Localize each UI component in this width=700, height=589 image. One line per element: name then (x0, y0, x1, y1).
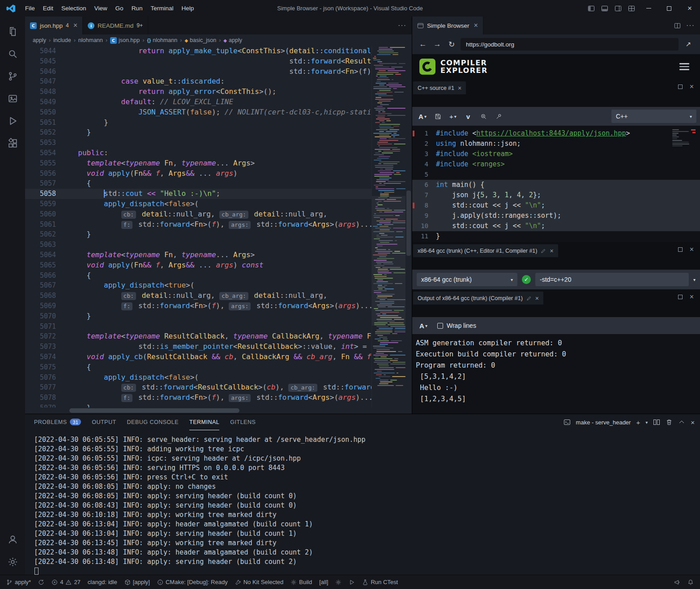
notifications-bell-icon[interactable] (684, 575, 697, 589)
new-terminal-icon[interactable]: + (636, 419, 640, 426)
menu-run[interactable]: Run (128, 0, 147, 17)
add-pane-button[interactable]: +▾ (446, 110, 460, 123)
menu-selection[interactable]: Selection (57, 0, 90, 17)
extensions-icon[interactable] (2, 132, 23, 154)
maximize-panel-icon[interactable] (678, 419, 685, 426)
panel-tab-output[interactable]: OUTPUT (92, 414, 116, 430)
tab-simple-browser[interactable]: Simple Browser × (412, 17, 483, 34)
minimize-button[interactable] (638, 0, 659, 17)
close-pane-icon[interactable]: × (690, 83, 694, 91)
launch-play-icon[interactable] (345, 575, 359, 589)
problems-status[interactable]: 4 27 (48, 575, 84, 589)
zoom-icon[interactable] (477, 110, 490, 123)
cmake-kit-status[interactable]: No Kit Selected (231, 575, 287, 589)
toggle-secondary-sidebar-icon[interactable] (611, 0, 625, 17)
url-input[interactable] (461, 38, 679, 51)
compiler-options-input[interactable]: -std=c++20 (535, 273, 689, 286)
terminal[interactable]: [2022-04-30 06:05:55] INFO: serve_header… (25, 430, 700, 576)
wrap-lines-checkbox[interactable] (437, 323, 443, 329)
panel-tab-problems[interactable]: PROBLEMS31 (34, 414, 81, 430)
breadcrumb-item-basic-json[interactable]: ◆basic_json (184, 37, 216, 43)
terminal-profile-chevron-icon[interactable]: ▾ (645, 420, 648, 425)
close-icon[interactable]: × (458, 85, 461, 92)
cmake-project-status[interactable]: [apply] (121, 575, 154, 589)
toggle-primary-sidebar-icon[interactable] (585, 0, 598, 17)
launch-target-gear-icon[interactable] (332, 575, 345, 589)
panel-tab-gitlens[interactable]: GITLENS (230, 414, 256, 430)
cmake-build-button[interactable]: Build (287, 575, 316, 589)
pin-icon[interactable] (492, 110, 505, 123)
maximize-pane-icon[interactable] (678, 85, 683, 89)
ce-compiler-tab[interactable]: x86-64 gcc (trunk) (C++, Editor #1, Comp… (413, 244, 558, 257)
minimap[interactable] (371, 46, 405, 407)
save-icon[interactable] (431, 110, 444, 123)
terminal-selector[interactable]: make - serve_header (576, 419, 631, 426)
edit-icon[interactable] (541, 248, 546, 254)
menu-help[interactable]: Help (177, 0, 198, 17)
forward-icon[interactable]: → (432, 40, 443, 49)
compiler-select[interactable]: x86-64 gcc (trunk)▾ (417, 273, 517, 286)
breadcrumb-item-apply[interactable]: ◆apply (223, 37, 242, 43)
font-size-button[interactable]: A▾ (416, 110, 429, 123)
breadcrumb-item-json-hpp[interactable]: Cjson.hpp (110, 37, 140, 44)
breadcrumb-item-include[interactable]: include (53, 37, 71, 43)
maximize-pane-icon[interactable] (678, 295, 683, 299)
close-pane-icon[interactable]: × (690, 246, 694, 254)
breadcrumb-item-apply[interactable]: apply (33, 37, 46, 43)
vertical-scrollbar[interactable] (405, 46, 412, 407)
open-external-icon[interactable]: ↗ (682, 38, 695, 51)
tab-json-hpp[interactable]: C json.hpp 4 × (25, 17, 83, 34)
menu-view[interactable]: View (90, 0, 111, 17)
menu-go[interactable]: Go (111, 0, 128, 17)
run-ctest-button[interactable]: Run CTest (359, 575, 401, 589)
search-icon[interactable] (2, 42, 23, 65)
maximize-pane-icon[interactable] (678, 247, 683, 252)
browser-more-actions-icon[interactable]: ··· (686, 21, 695, 30)
minimap-slider[interactable] (372, 196, 405, 326)
explorer-icon[interactable] (2, 20, 23, 42)
reload-icon[interactable]: ↻ (446, 40, 457, 49)
close-tab-icon[interactable]: × (73, 21, 77, 30)
close-pane-icon[interactable]: × (690, 293, 694, 301)
language-select[interactable]: C++▾ (611, 110, 696, 123)
ce-source-tab[interactable]: C++ source #1 × (413, 81, 466, 94)
settings-icon[interactable] (2, 551, 23, 573)
maximize-button[interactable] (659, 0, 679, 17)
vim-mode-button[interactable]: v (461, 110, 475, 123)
kill-terminal-icon[interactable] (666, 419, 673, 426)
toggle-panel-icon[interactable] (598, 0, 611, 17)
git-branch-status[interactable]: apply* (3, 575, 34, 589)
menu-file[interactable]: File (21, 0, 39, 17)
build-target-button[interactable]: [all] (316, 575, 332, 589)
close-button[interactable]: × (679, 0, 700, 17)
close-panel-icon[interactable]: × (691, 419, 695, 426)
tab-readme-md[interactable]: i README.md 9+ (83, 17, 148, 34)
back-icon[interactable]: ← (418, 40, 428, 49)
clangd-status[interactable]: clangd: idle (84, 575, 121, 589)
close-tab-icon[interactable]: × (474, 21, 478, 30)
ce-output-tab[interactable]: Output of x86-64 gcc (trunk) (Compiler #… (413, 292, 543, 305)
hamburger-menu-icon[interactable] (679, 63, 693, 70)
account-icon[interactable] (2, 528, 23, 551)
feedback-icon[interactable] (670, 575, 684, 589)
horizontal-scrollbar[interactable] (69, 408, 239, 413)
close-icon[interactable]: × (535, 295, 539, 302)
close-icon[interactable]: × (550, 247, 553, 254)
font-size-button[interactable]: A▾ (417, 319, 430, 332)
panel-tab-terminal[interactable]: TERMINAL (189, 414, 219, 430)
ce-source-pane[interactable]: 1#include <https://localhost:8443/apply/… (412, 126, 700, 242)
menu-terminal[interactable]: Terminal (146, 0, 177, 17)
options-dropdown-icon[interactable]: ▾ (693, 277, 696, 282)
source-control-icon[interactable] (2, 65, 23, 87)
run-debug-icon[interactable] (2, 110, 23, 132)
split-editor-icon[interactable] (674, 22, 681, 29)
panel-tab-debug-console[interactable]: DEBUG CONSOLE (127, 414, 179, 430)
editor-more-actions-icon[interactable]: ··· (398, 21, 406, 30)
edit-icon[interactable] (526, 296, 532, 301)
menu-edit[interactable]: Edit (39, 0, 57, 17)
code-editor[interactable]: 5044 return apply_make_tuple<ConstThis>(… (25, 46, 371, 407)
cmake-status[interactable]: CMake: [Debug]: Ready (154, 575, 231, 589)
sync-status[interactable] (34, 575, 48, 589)
breadcrumb-item-nlohmann[interactable]: {}nlohmann (147, 37, 177, 43)
images-icon[interactable] (2, 87, 23, 110)
